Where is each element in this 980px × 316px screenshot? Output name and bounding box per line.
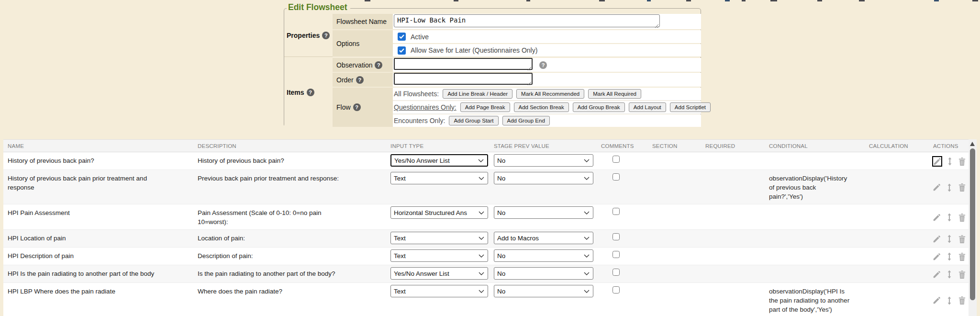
stage-prev-value-cell: Add to Macros <box>491 230 598 247</box>
comments-checkbox[interactable] <box>612 208 620 215</box>
edit-pencil-icon[interactable] <box>932 251 941 262</box>
item-description-cell: Description of pain: <box>195 248 388 263</box>
input-type-select[interactable]: Yes/No Answer List <box>390 267 488 280</box>
delete-trash-icon[interactable] <box>958 182 967 193</box>
section-cell <box>649 265 702 272</box>
chevron-down-icon <box>584 290 590 293</box>
add-group-start-button[interactable]: Add Group Start <box>449 116 498 125</box>
flow-questionnaires-row: Questionnaires Only: Add Page Break Add … <box>393 101 701 114</box>
stage-prev-value-cell: No <box>491 204 598 222</box>
section-cell <box>649 204 702 211</box>
comments-checkbox[interactable] <box>612 286 620 293</box>
chevron-down-icon <box>479 290 484 293</box>
move-updown-arrow-icon[interactable] <box>945 234 954 244</box>
delete-trash-icon[interactable] <box>958 234 967 244</box>
input-type-select[interactable]: Text <box>390 285 488 297</box>
delete-trash-icon[interactable] <box>958 251 967 262</box>
move-updown-arrow-icon[interactable] <box>945 212 954 223</box>
stage-prev-value-select[interactable]: No <box>494 285 593 297</box>
stage-prev-value-select[interactable]: No <box>494 154 593 167</box>
input-type-cell: Text <box>388 170 491 187</box>
add-page-break-button[interactable]: Add Page Break <box>460 102 510 112</box>
table-row: History of previous back pain? History o… <box>3 152 969 170</box>
move-updown-arrow-icon[interactable] <box>946 156 955 167</box>
add-group-break-button[interactable]: Add Group Break <box>573 102 625 112</box>
section-cell <box>649 230 702 237</box>
edit-pencil-icon[interactable] <box>932 295 941 306</box>
input-type-select[interactable]: Text <box>390 232 488 244</box>
move-updown-arrow-icon[interactable] <box>945 269 954 280</box>
input-type-cell: Yes/No Answer List <box>388 152 491 169</box>
stage-prev-value-select[interactable]: No <box>494 249 593 262</box>
stage-prev-value-select[interactable]: Add to Macros <box>494 232 593 244</box>
order-input[interactable] <box>394 73 533 85</box>
item-name-cell: HPI Is the pain radiating to another par… <box>3 265 195 281</box>
add-line-break-header-button[interactable]: Add Line Break / Header <box>443 89 512 99</box>
comments-checkbox[interactable] <box>612 269 620 276</box>
option-save-later-row: Allow Save for Later (Questionnaires Onl… <box>393 44 701 57</box>
move-updown-arrow-icon[interactable] <box>945 251 954 262</box>
active-checkbox[interactable] <box>398 33 406 41</box>
delete-trash-icon[interactable] <box>958 212 967 223</box>
chevron-down-icon <box>479 272 484 275</box>
scroll-up-arrow-icon[interactable] <box>970 142 975 146</box>
edit-pencil-icon[interactable] <box>932 212 941 223</box>
observation-field-help-icon[interactable]: ? <box>539 61 547 69</box>
flowsheet-name-input[interactable]: HPI-Low Back Pain <box>394 14 660 27</box>
comments-checkbox[interactable] <box>612 156 620 163</box>
flow-help-icon[interactable]: ? <box>353 103 361 111</box>
required-cell <box>702 230 766 237</box>
input-type-select[interactable]: Text <box>390 249 488 262</box>
conditional-cell <box>766 248 866 254</box>
add-section-break-button[interactable]: Add Section Break <box>514 102 569 112</box>
mark-all-recommended-button[interactable]: Mark All Recommended <box>516 89 584 99</box>
input-type-select[interactable]: Yes/No Answer List <box>390 154 488 167</box>
observation-input[interactable] <box>394 58 533 70</box>
save-for-later-checkbox[interactable] <box>398 46 406 55</box>
observation-help-icon[interactable]: ? <box>375 61 382 69</box>
stage-prev-value-select[interactable]: No <box>494 267 593 280</box>
chevron-down-icon <box>584 159 590 162</box>
conditional-cell <box>766 152 866 159</box>
add-group-end-button[interactable]: Add Group End <box>502 116 550 125</box>
comments-checkbox[interactable] <box>612 173 620 181</box>
input-type-select[interactable]: Text <box>390 172 488 184</box>
required-cell <box>702 152 766 159</box>
delete-trash-icon[interactable] <box>958 269 967 280</box>
delete-trash-icon[interactable] <box>958 295 967 306</box>
items-label: Items <box>287 89 304 96</box>
add-layout-button[interactable]: Add Layout <box>629 102 666 112</box>
stage-prev-value-select[interactable]: No <box>494 172 593 184</box>
required-cell <box>702 248 766 254</box>
all-flowsheets-label: All Flowsheets: <box>394 90 439 98</box>
order-help-icon[interactable]: ? <box>356 76 364 84</box>
properties-help-icon[interactable]: ? <box>322 32 330 39</box>
comments-checkbox[interactable] <box>612 251 620 258</box>
edit-pencil-icon[interactable] <box>932 182 941 193</box>
items-help-icon[interactable]: ? <box>307 89 314 96</box>
comments-cell <box>598 283 649 299</box>
mark-all-required-button[interactable]: Mark All Required <box>588 89 641 99</box>
vertical-scrollbar[interactable] <box>969 139 977 316</box>
input-type-cell: Text <box>388 248 491 265</box>
delete-trash-icon[interactable] <box>958 156 967 167</box>
item-name-cell: HPI Location of pain <box>3 230 195 246</box>
add-scriptlet-button[interactable]: Add Scriptlet <box>670 102 711 112</box>
scrollbar-thumb[interactable] <box>970 148 975 300</box>
edit-pencil-icon[interactable] <box>932 269 941 280</box>
calculation-cell <box>866 170 930 177</box>
edit-pencil-icon[interactable] <box>932 156 942 167</box>
move-updown-arrow-icon[interactable] <box>945 182 954 193</box>
section-cell <box>649 170 702 177</box>
input-type-select[interactable]: Horizontal Structured Ans <box>390 206 488 219</box>
required-cell <box>702 204 766 211</box>
stage-prev-value-select[interactable]: No <box>494 206 593 219</box>
item-description-cell: History of previous back pain? <box>195 152 388 168</box>
comments-checkbox[interactable] <box>612 233 620 240</box>
options-label-cell: Options <box>333 30 393 57</box>
move-updown-arrow-icon[interactable] <box>945 295 954 306</box>
edit-pencil-icon[interactable] <box>932 234 941 244</box>
column-header-calculation: CALCULATION <box>866 143 930 149</box>
flowsheet-items-table: NAME DESCRIPTION INPUT TYPE STAGE PREV V… <box>3 139 969 316</box>
item-description-cell: Location of pain: <box>195 230 388 246</box>
